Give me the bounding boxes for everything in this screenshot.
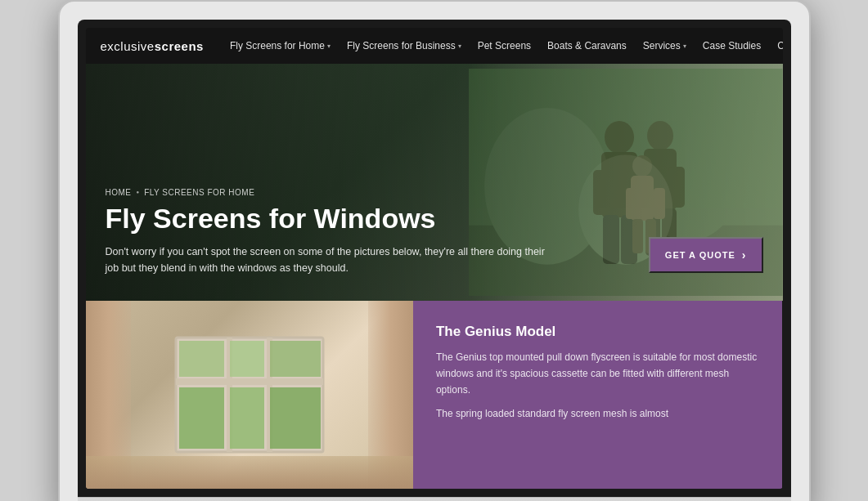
hero-section: HOME ● FLY SCREENS FOR HOME Fly Screens … (86, 64, 783, 301)
svg-rect-30 (179, 387, 224, 449)
cta-label: GET A QUOTE (665, 250, 735, 260)
genius-text-1: The Genius top mounted pull down flyscre… (436, 350, 760, 398)
nav-fly-screens-home[interactable]: Fly Screens for Home ▾ (222, 28, 339, 64)
bottom-section: The Genius Model The Genius top mounted … (86, 301, 783, 489)
genius-text-2: The spring loaded standard fly screen me… (436, 406, 760, 423)
chevron-down-icon: ▾ (327, 42, 331, 50)
navbar: exclusivescreens Fly Screens for Home ▾ … (86, 28, 783, 64)
brand-exclusive: exclusive (101, 39, 155, 53)
room-floor (86, 456, 413, 489)
browser-content: exclusivescreens Fly Screens for Home ▾ … (86, 28, 783, 489)
nav-services[interactable]: Services ▾ (635, 28, 695, 64)
cta-arrow-icon: › (742, 248, 747, 262)
breadcrumb-separator: ● (137, 190, 140, 195)
hero-content: HOME ● FLY SCREENS FOR HOME Fly Screens … (106, 188, 763, 276)
nav-pet-screens[interactable]: Pet Screens (470, 28, 539, 64)
svg-rect-27 (179, 341, 224, 377)
window-svg (168, 329, 331, 460)
breadcrumb-home[interactable]: HOME (106, 188, 132, 197)
breadcrumb-current: FLY SCREENS FOR HOME (144, 188, 254, 197)
chevron-down-icon: ▾ (458, 42, 461, 50)
laptop-base (78, 497, 791, 501)
hero-description: Don't worry if you can't spot the screen… (106, 244, 547, 276)
svg-rect-31 (230, 387, 264, 449)
hero-text-block: HOME ● FLY SCREENS FOR HOME Fly Screens … (106, 188, 547, 276)
svg-rect-24 (176, 378, 323, 385)
nav-case-studies[interactable]: Case Studies (695, 28, 769, 64)
svg-rect-29 (270, 341, 321, 377)
svg-rect-32 (270, 387, 321, 449)
nav-contact[interactable]: Contact (769, 28, 782, 64)
get-a-quote-button[interactable]: GET A QUOTE › (649, 237, 763, 273)
genius-model-panel: The Genius Model The Genius top mounted … (413, 301, 783, 489)
breadcrumb: HOME ● FLY SCREENS FOR HOME (106, 188, 547, 197)
brand-logo[interactable]: exclusivescreens (101, 39, 204, 53)
genius-model-title: The Genius Model (436, 324, 760, 340)
nav-items: Fly Screens for Home ▾ Fly Screens for B… (222, 28, 783, 64)
hero-title: Fly Screens for Windows (106, 204, 547, 234)
nav-boats-caravans[interactable]: Boats & Caravans (539, 28, 635, 64)
bottom-image-panel (86, 301, 413, 489)
svg-rect-28 (230, 341, 264, 377)
brand-screens: screens (155, 39, 204, 53)
screen-bezel: exclusivescreens Fly Screens for Home ▾ … (78, 20, 791, 497)
chevron-down-icon: ▾ (683, 42, 686, 50)
nav-fly-screens-business[interactable]: Fly Screens for Business ▾ (339, 28, 470, 64)
laptop-shell: exclusivescreens Fly Screens for Home ▾ … (58, 0, 811, 501)
